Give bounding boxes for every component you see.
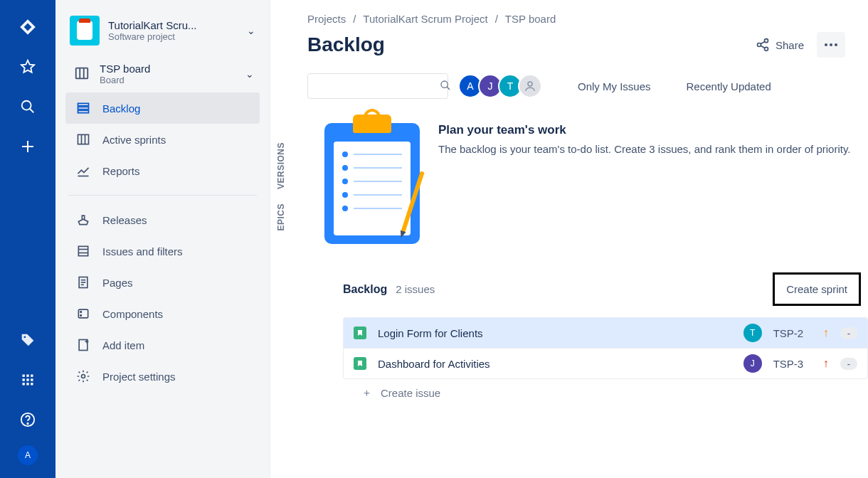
- jira-logo-icon[interactable]: [14, 13, 42, 41]
- chevron-down-icon: ⌄: [245, 68, 254, 80]
- component-icon: [75, 307, 91, 321]
- create-issue-button[interactable]: ＋ Create issue: [343, 379, 868, 407]
- sidebar-item-active-sprints[interactable]: Active sprints: [65, 124, 260, 155]
- svg-point-42: [764, 47, 768, 51]
- svg-line-49: [447, 87, 450, 90]
- plan-body: The backlog is your team's to-do list. C…: [438, 142, 851, 157]
- tag-icon[interactable]: [14, 326, 42, 354]
- share-button[interactable]: Share: [756, 38, 804, 52]
- page-title: Backlog: [307, 33, 756, 56]
- svg-point-48: [441, 81, 448, 87]
- breadcrumb-link[interactable]: TSP board: [505, 13, 556, 25]
- issue-row[interactable]: Login Form for Clients T TSP-2 ↑ -: [344, 318, 867, 349]
- sidebar-item-reports[interactable]: Reports: [65, 155, 260, 186]
- versions-tab[interactable]: VERSIONS: [276, 142, 286, 189]
- svg-rect-13: [31, 383, 33, 385]
- issue-key[interactable]: TSP-3: [773, 358, 812, 370]
- svg-rect-11: [23, 383, 25, 385]
- svg-point-41: [757, 43, 761, 47]
- sidebar-item-pages[interactable]: Pages: [65, 267, 260, 298]
- clipboard-illustration-icon: [324, 123, 420, 244]
- chart-icon: [75, 164, 91, 178]
- sidebar-item-releases[interactable]: Releases: [65, 204, 260, 235]
- estimate-badge: -: [840, 327, 857, 339]
- sidebar-item-label: Add item: [102, 339, 144, 351]
- sidebar-item-label: Backlog: [102, 102, 140, 115]
- sidebar-item-label: Components: [102, 308, 163, 320]
- assignee-avatar[interactable]: T: [743, 324, 762, 342]
- sidebar-item-components[interactable]: Components: [65, 298, 260, 329]
- svg-rect-26: [78, 246, 88, 255]
- create-sprint-button[interactable]: Create sprint: [778, 279, 856, 299]
- estimate-badge: -: [840, 358, 857, 370]
- gear-icon: [75, 369, 91, 383]
- board-subtitle: Board: [100, 75, 235, 85]
- svg-rect-16: [76, 68, 88, 78]
- more-icon: [824, 43, 838, 47]
- breadcrumb: Projects / TutorialKart Scrum Project / …: [307, 13, 868, 25]
- plan-heading: Plan your team's work: [438, 123, 851, 137]
- priority-medium-icon: ↑: [823, 326, 829, 339]
- issue-summary: Dashboard for Activities: [378, 358, 732, 370]
- breadcrumb-link[interactable]: Projects: [307, 13, 346, 25]
- recently-updated-filter[interactable]: Recently Updated: [687, 80, 771, 92]
- svg-rect-21: [78, 110, 89, 112]
- story-icon: [354, 326, 366, 339]
- create-sprint-highlight: Create sprint: [773, 272, 861, 306]
- svg-rect-5: [23, 375, 25, 377]
- board-header[interactable]: TSP board Board ⌄: [65, 55, 260, 92]
- svg-line-44: [761, 46, 765, 48]
- issue-key[interactable]: TSP-2: [773, 327, 812, 339]
- sidebar-item-label: Reports: [102, 165, 140, 177]
- svg-rect-9: [26, 378, 28, 381]
- project-avatar-icon: [70, 16, 100, 46]
- assignee-avatar[interactable]: J: [743, 354, 762, 373]
- svg-rect-22: [78, 134, 89, 144]
- apps-icon[interactable]: [14, 366, 42, 394]
- sidebar-divider: [68, 195, 257, 196]
- toolbar: A J T Only My Issues Recently Updated: [307, 73, 868, 99]
- plan-banner: Plan your team's work The backlog is you…: [324, 123, 868, 244]
- backlog-section: Backlog 2 issues Create sprint Login For…: [343, 272, 868, 407]
- more-button[interactable]: [817, 32, 845, 58]
- svg-rect-6: [26, 375, 28, 377]
- epics-tab[interactable]: EPICS: [276, 203, 286, 231]
- backlog-count: 2 issues: [396, 283, 435, 295]
- sidebar-item-issues-filters[interactable]: Issues and filters: [65, 235, 260, 267]
- ship-icon: [75, 213, 91, 227]
- help-icon[interactable]: [14, 405, 42, 434]
- only-my-issues-filter[interactable]: Only My Issues: [578, 80, 651, 92]
- search-icon[interactable]: [14, 92, 42, 121]
- svg-point-46: [830, 43, 832, 46]
- svg-rect-10: [31, 378, 33, 381]
- global-rail: A: [0, 0, 55, 478]
- svg-rect-33: [78, 309, 88, 318]
- project-sidebar: TutorialKart Scru... Software project ⌄ …: [55, 0, 270, 478]
- priority-high-icon: ↑: [823, 357, 829, 370]
- plus-icon[interactable]: [14, 132, 42, 161]
- svg-point-15: [27, 423, 28, 424]
- sidebar-item-label: Pages: [102, 277, 133, 289]
- user-avatar[interactable]: A: [18, 445, 38, 465]
- backlog-title: Backlog: [343, 283, 387, 296]
- star-icon[interactable]: [14, 53, 42, 81]
- issue-summary: Login Form for Clients: [378, 327, 732, 339]
- issue-row[interactable]: Dashboard for Activities J TSP-3 ↑ -: [344, 349, 867, 378]
- share-icon: [756, 38, 770, 52]
- sidebar-item-label: Project settings: [102, 371, 176, 383]
- search-box[interactable]: [307, 73, 448, 99]
- sidebar-item-backlog[interactable]: Backlog: [65, 92, 260, 124]
- assignee-avatars: A J T: [462, 74, 542, 98]
- sidebar-item-add-item[interactable]: Add item: [65, 329, 260, 361]
- add-page-icon: [75, 338, 91, 352]
- project-header[interactable]: TutorialKart Scru... Software project ⌄: [65, 13, 260, 55]
- search-input[interactable]: [315, 80, 440, 92]
- svg-point-0: [22, 101, 31, 110]
- breadcrumb-link[interactable]: TutorialKart Scrum Project: [363, 13, 487, 25]
- svg-point-4: [24, 336, 26, 339]
- sidebar-item-label: Releases: [102, 214, 147, 226]
- svg-point-40: [764, 39, 768, 43]
- add-avatar-button[interactable]: [518, 74, 542, 98]
- svg-rect-20: [78, 107, 89, 109]
- sidebar-item-project-settings[interactable]: Project settings: [65, 361, 260, 392]
